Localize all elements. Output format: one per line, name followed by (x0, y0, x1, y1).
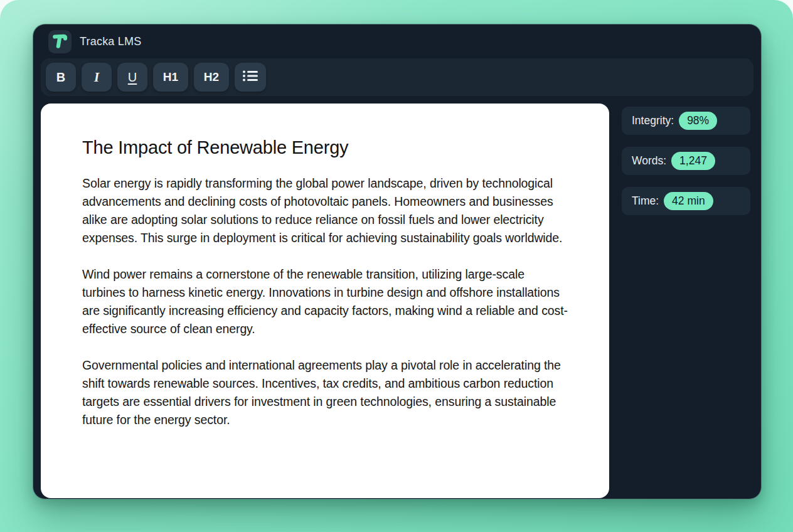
stats-sidebar: Integrity: 98% Words: 1,247 Time: 42 min (622, 107, 750, 215)
time-label: Time: (632, 194, 659, 208)
formatting-toolbar: B I U H1 H2 (41, 58, 753, 96)
underline-button[interactable]: U (117, 63, 147, 92)
words-label: Words: (632, 154, 666, 168)
titlebar: Tracka LMS (48, 29, 141, 54)
document-editor[interactable]: The Impact of Renewable Energy Solar ene… (41, 104, 609, 498)
words-value-badge: 1,247 (671, 152, 715, 170)
integrity-label: Integrity: (632, 114, 674, 127)
heading1-button[interactable]: H1 (153, 63, 188, 92)
bullet-list-button[interactable] (235, 63, 266, 92)
page-background: Tracka LMS B I U H1 H2 (0, 0, 793, 532)
app-title: Tracka LMS (80, 35, 141, 48)
app-logo (48, 30, 72, 53)
tracka-logo-icon (48, 29, 72, 55)
time-stat-card: Time: 42 min (622, 187, 750, 215)
integrity-value-badge: 98% (679, 112, 717, 130)
bullet-list-icon (242, 69, 258, 86)
italic-button[interactable]: I (82, 63, 112, 92)
heading2-button[interactable]: H2 (194, 63, 229, 92)
document-paragraph-wind[interactable]: Wind power remains a cornerstone of the … (82, 265, 569, 338)
integrity-stat-card: Integrity: 98% (622, 107, 750, 135)
words-stat-card: Words: 1,247 (622, 147, 750, 175)
document-paragraph-policy[interactable]: Governmental policies and international … (82, 356, 569, 429)
bold-button[interactable]: B (46, 63, 76, 92)
time-value-badge: 42 min (664, 192, 713, 210)
document-paragraph-solar[interactable]: Solar energy is rapidly transforming the… (82, 174, 569, 247)
document-title[interactable]: The Impact of Renewable Energy (82, 137, 572, 158)
app-window: Tracka LMS B I U H1 H2 (33, 24, 762, 499)
